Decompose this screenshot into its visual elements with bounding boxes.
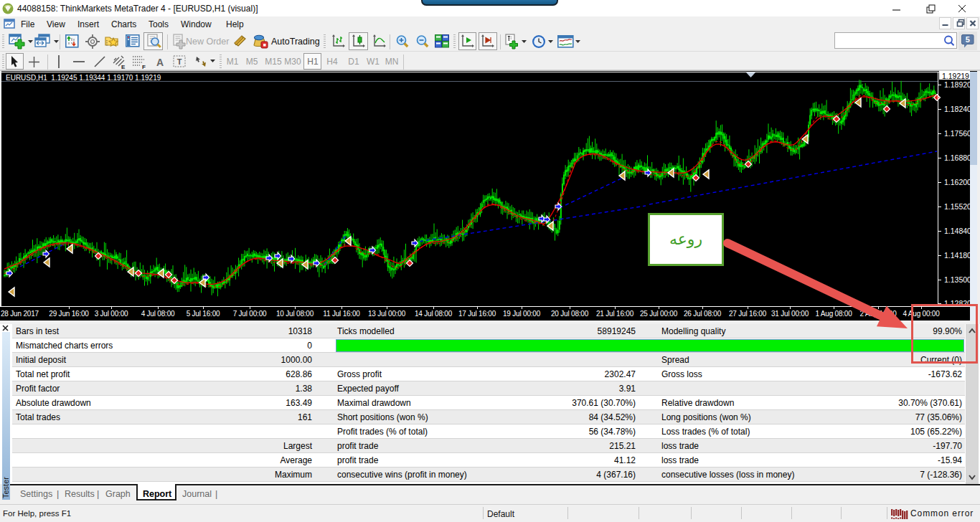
svg-text:F: F — [142, 64, 146, 70]
svg-text:5: 5 — [966, 35, 970, 44]
svg-text:E: E — [121, 64, 126, 70]
svg-text:T: T — [177, 57, 182, 66]
